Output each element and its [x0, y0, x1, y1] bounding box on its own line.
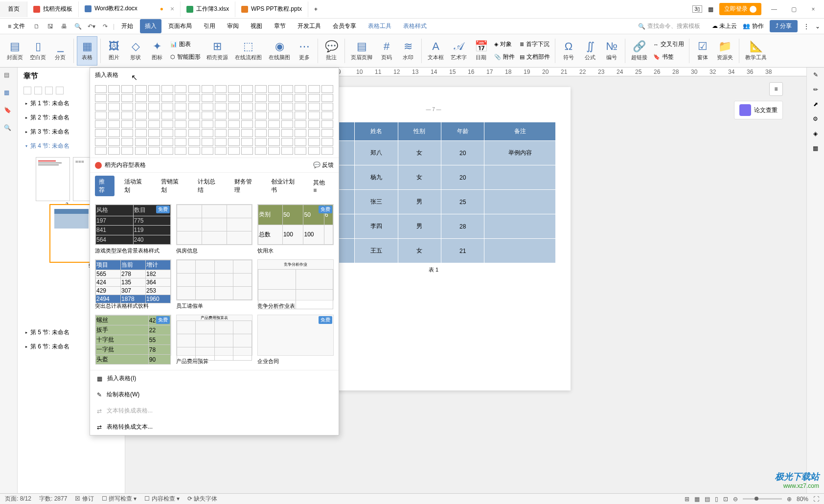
grid-cell[interactable] [95, 120, 107, 128]
grid-cell[interactable] [241, 112, 253, 119]
template-3[interactable]: 免费类别50506总数100100饮用水 [257, 204, 334, 254]
new-tab-button[interactable]: + [308, 1, 323, 17]
grid-cell[interactable] [161, 138, 173, 146]
grid-cell[interactable] [308, 129, 320, 137]
grid-cell[interactable] [295, 94, 306, 102]
grid-cell[interactable] [308, 112, 320, 119]
grid-cell[interactable] [135, 94, 147, 102]
symbol-button[interactable]: Ω符号 [558, 36, 579, 66]
grid-icon[interactable]: 3▯ [692, 5, 702, 13]
grid-cell[interactable] [95, 103, 107, 111]
grid-cell[interactable] [255, 85, 267, 93]
grid-cell[interactable] [308, 147, 320, 155]
grid-cell[interactable] [188, 147, 200, 155]
grid-cell[interactable] [202, 138, 213, 146]
grid-cell[interactable] [175, 94, 186, 102]
menu-reference[interactable]: 引用 [199, 19, 220, 33]
grid-cell[interactable] [281, 138, 293, 146]
tab-word-doc[interactable]: Word教程2.docx ● × [79, 1, 181, 17]
grid-cell[interactable] [175, 147, 186, 155]
docparts-button[interactable]: ▤ 文档部件 [520, 52, 550, 63]
page-number-button[interactable]: #页码 [376, 36, 397, 66]
grid-cell[interactable] [215, 94, 227, 102]
menu-chapter[interactable]: 章节 [269, 19, 291, 33]
attachment-button[interactable]: 📎 附件 [494, 52, 515, 63]
menu-table-style[interactable]: 表格样式 [398, 19, 432, 33]
grid-cell[interactable] [108, 120, 120, 128]
share-button[interactable]: ⤴ 分享 [770, 20, 798, 32]
grid-cell[interactable] [241, 85, 253, 93]
menu-start[interactable]: 开始 [116, 19, 138, 33]
grid-cell[interactable] [321, 94, 333, 102]
search-icon[interactable]: 🔍 [4, 124, 14, 134]
grid-cell[interactable] [108, 112, 120, 119]
grid-cell[interactable] [228, 103, 240, 111]
grid-cell[interactable] [148, 94, 160, 102]
grid-cell[interactable] [95, 94, 107, 102]
page-thumb-5[interactable]: 5 [49, 204, 93, 263]
grid-cell[interactable] [268, 120, 280, 128]
grid-cell[interactable] [135, 103, 147, 111]
shape-button[interactable]: ◇形状 [125, 36, 146, 66]
page-break-button[interactable]: ⎯分页 [50, 36, 70, 66]
menu-member[interactable]: 会员专享 [328, 19, 361, 33]
grid-cell[interactable] [241, 138, 253, 146]
grid-cell[interactable] [175, 103, 186, 111]
grid-cell[interactable] [202, 112, 213, 119]
expand-icon[interactable]: ⛶ [813, 496, 819, 503]
zoom-out[interactable]: ⊖ [733, 496, 738, 503]
tab-ppt-doc[interactable]: WPS PPT教程.pptx [235, 1, 308, 17]
content-check-status[interactable]: ☐ 内容检查 ▾ [144, 495, 180, 503]
grid-cell[interactable] [121, 138, 133, 146]
hyperlink-button[interactable]: 🔗超链接 [628, 36, 650, 66]
blank-page-button[interactable]: ▯空白页 [27, 36, 49, 66]
grid-cell[interactable] [215, 120, 227, 128]
nav-tool-4[interactable] [56, 87, 64, 94]
grid-cell[interactable] [281, 94, 293, 102]
table-button[interactable]: ▦表格 [77, 36, 97, 66]
grid-cell[interactable] [255, 129, 267, 137]
grid-cell[interactable] [228, 94, 240, 102]
grid-cell[interactable] [255, 94, 267, 102]
grid-cell[interactable] [228, 112, 240, 119]
grid-cell[interactable] [202, 147, 213, 155]
grid-cell[interactable] [148, 112, 160, 119]
bookmark-button[interactable]: 🔖 书签 [653, 52, 684, 63]
cat-business[interactable]: 创业计划书 [267, 176, 304, 196]
tab-templates[interactable]: 找稻壳模板 [27, 1, 79, 17]
undo-icon[interactable]: ↶▾ [86, 21, 97, 32]
grid-cell[interactable] [121, 103, 133, 111]
tool-icon-4[interactable]: ⚙ [813, 115, 818, 122]
grid-cell[interactable] [321, 129, 333, 137]
view-mode-2[interactable]: ▦ [694, 496, 700, 503]
grid-cell[interactable] [161, 112, 173, 119]
grid-cell[interactable] [241, 94, 253, 102]
grid-cell[interactable] [175, 120, 186, 128]
tool-icon-2[interactable]: ✏ [813, 86, 818, 93]
cat-activity[interactable]: 活动策划 [120, 176, 151, 196]
date-button[interactable]: 📅日期 [471, 36, 491, 66]
grid-cell[interactable] [95, 112, 107, 119]
grid-cell[interactable] [308, 94, 320, 102]
grid-cell[interactable] [228, 129, 240, 137]
grid-cell[interactable] [215, 138, 227, 146]
grid-cell[interactable] [135, 120, 147, 128]
outline-icon[interactable]: ▤ [4, 71, 14, 81]
grid-cell[interactable] [148, 138, 160, 146]
template-5[interactable]: 员工请假单 [176, 259, 252, 310]
maximize-button[interactable]: ▢ [787, 2, 801, 16]
picture-button[interactable]: 🖼图片 [104, 36, 124, 66]
tool-icon-5[interactable]: ◈ [813, 130, 818, 137]
grid-cell[interactable] [121, 120, 133, 128]
search-box[interactable]: 🔍 查找命令、搜索模板 [638, 22, 700, 30]
save-icon[interactable]: 🖫 [45, 21, 56, 32]
grid-cell[interactable] [188, 85, 200, 93]
grid-cell[interactable] [188, 129, 200, 137]
grid-cell[interactable] [268, 138, 280, 146]
menu-insert[interactable]: 插入 [140, 19, 161, 33]
nav-tool-3[interactable] [45, 87, 53, 94]
grid-cell[interactable] [281, 85, 293, 93]
template-2[interactable]: 供房信息 [176, 204, 252, 254]
template-9[interactable]: 免费企业合同 [257, 315, 334, 365]
feedback-link[interactable]: 💬 反馈 [313, 161, 334, 169]
